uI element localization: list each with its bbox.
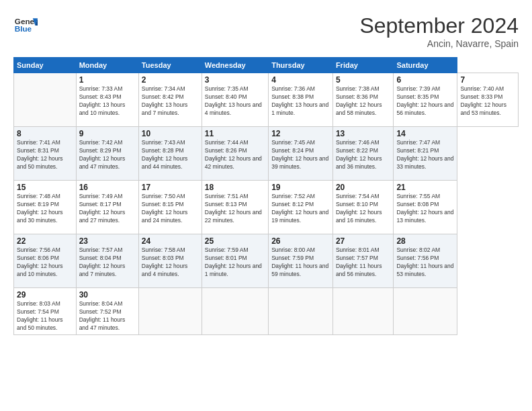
calendar-cell: 4Sunrise: 7:36 AM Sunset: 8:38 PM Daylig… xyxy=(269,73,333,127)
day-number: 26 xyxy=(271,236,330,246)
calendar-day-header: Wednesday xyxy=(202,58,268,73)
calendar-cell: 25Sunrise: 7:59 AM Sunset: 8:01 PM Dayli… xyxy=(202,234,268,288)
day-info: Sunrise: 7:58 AM Sunset: 8:03 PM Dayligh… xyxy=(142,246,199,279)
calendar-header-row: SundayMondayTuesdayWednesdayThursdayFrid… xyxy=(14,58,519,73)
day-number: 6 xyxy=(396,75,454,85)
day-info: Sunrise: 7:47 AM Sunset: 8:21 PM Dayligh… xyxy=(396,139,454,171)
day-number: 22 xyxy=(17,236,73,246)
day-info: Sunrise: 7:43 AM Sunset: 8:28 PM Dayligh… xyxy=(142,139,199,171)
svg-text:Blue: Blue xyxy=(15,24,32,33)
month-title: September 2024 xyxy=(359,13,519,38)
calendar-cell: 30Sunrise: 8:04 AM Sunset: 7:52 PM Dayli… xyxy=(76,288,138,335)
logo-icon: General Blue xyxy=(13,13,38,38)
calendar: SundayMondayTuesdayWednesdayThursdayFrid… xyxy=(13,57,519,335)
calendar-cell xyxy=(269,288,333,335)
calendar-cell: 20Sunrise: 7:54 AM Sunset: 8:10 PM Dayli… xyxy=(332,181,394,234)
title-area: September 2024 Ancin, Navarre, Spain xyxy=(359,13,519,49)
day-number: 15 xyxy=(17,183,73,192)
calendar-day-header: Saturday xyxy=(394,58,457,73)
calendar-cell: 15Sunrise: 7:48 AM Sunset: 8:19 PM Dayli… xyxy=(14,181,77,234)
logo: General Blue xyxy=(13,13,38,38)
day-number: 11 xyxy=(205,129,265,138)
calendar-cell: 11Sunrise: 7:44 AM Sunset: 8:26 PM Dayli… xyxy=(202,127,268,181)
day-info: Sunrise: 7:34 AM Sunset: 8:42 PM Dayligh… xyxy=(142,85,199,118)
calendar-cell: 13Sunrise: 7:46 AM Sunset: 8:22 PM Dayli… xyxy=(332,127,394,181)
day-number: 24 xyxy=(142,236,199,246)
calendar-cell: 12Sunrise: 7:45 AM Sunset: 8:24 PM Dayli… xyxy=(269,127,333,181)
day-number: 13 xyxy=(336,129,391,138)
day-info: Sunrise: 7:35 AM Sunset: 8:40 PM Dayligh… xyxy=(205,85,265,118)
calendar-cell: 18Sunrise: 7:51 AM Sunset: 8:13 PM Dayli… xyxy=(202,181,268,234)
day-number: 3 xyxy=(205,75,265,85)
day-info: Sunrise: 7:42 AM Sunset: 8:29 PM Dayligh… xyxy=(79,139,136,171)
day-number: 27 xyxy=(336,236,391,246)
day-info: Sunrise: 7:46 AM Sunset: 8:22 PM Dayligh… xyxy=(336,139,391,171)
calendar-cell: 14Sunrise: 7:47 AM Sunset: 8:21 PM Dayli… xyxy=(394,127,457,181)
calendar-day-header: Monday xyxy=(76,58,138,73)
day-info: Sunrise: 7:59 AM Sunset: 8:01 PM Dayligh… xyxy=(205,246,265,279)
day-number: 7 xyxy=(460,75,515,85)
calendar-cell xyxy=(14,73,77,127)
calendar-cell: 16Sunrise: 7:49 AM Sunset: 8:17 PM Dayli… xyxy=(76,181,138,234)
calendar-cell xyxy=(202,288,268,335)
calendar-day-header: Tuesday xyxy=(138,58,202,73)
calendar-cell xyxy=(394,288,457,335)
day-info: Sunrise: 8:01 AM Sunset: 7:57 PM Dayligh… xyxy=(336,246,391,279)
calendar-cell: 5Sunrise: 7:38 AM Sunset: 8:36 PM Daylig… xyxy=(332,73,394,127)
calendar-cell: 27Sunrise: 8:01 AM Sunset: 7:57 PM Dayli… xyxy=(332,234,394,288)
day-number: 20 xyxy=(336,183,391,192)
day-number: 8 xyxy=(17,129,73,138)
calendar-cell: 3Sunrise: 7:35 AM Sunset: 8:40 PM Daylig… xyxy=(202,73,268,127)
calendar-cell: 1Sunrise: 7:33 AM Sunset: 8:43 PM Daylig… xyxy=(76,73,138,127)
day-info: Sunrise: 7:39 AM Sunset: 8:35 PM Dayligh… xyxy=(396,85,454,118)
location: Ancin, Navarre, Spain xyxy=(359,38,519,49)
day-number: 4 xyxy=(271,75,330,85)
day-number: 17 xyxy=(142,183,199,192)
day-number: 29 xyxy=(17,290,73,300)
calendar-cell: 24Sunrise: 7:58 AM Sunset: 8:03 PM Dayli… xyxy=(138,234,202,288)
calendar-cell: 19Sunrise: 7:52 AM Sunset: 8:12 PM Dayli… xyxy=(269,181,333,234)
day-info: Sunrise: 7:45 AM Sunset: 8:24 PM Dayligh… xyxy=(271,139,330,171)
calendar-cell: 23Sunrise: 7:57 AM Sunset: 8:04 PM Dayli… xyxy=(76,234,138,288)
day-info: Sunrise: 7:36 AM Sunset: 8:38 PM Dayligh… xyxy=(271,85,330,118)
day-info: Sunrise: 7:44 AM Sunset: 8:26 PM Dayligh… xyxy=(205,139,265,171)
day-info: Sunrise: 7:51 AM Sunset: 8:13 PM Dayligh… xyxy=(205,193,265,225)
calendar-cell: 22Sunrise: 7:56 AM Sunset: 8:06 PM Dayli… xyxy=(14,234,77,288)
day-info: Sunrise: 7:40 AM Sunset: 8:33 PM Dayligh… xyxy=(460,85,515,118)
day-number: 30 xyxy=(79,290,136,300)
calendar-cell: 17Sunrise: 7:50 AM Sunset: 8:15 PM Dayli… xyxy=(138,181,202,234)
day-info: Sunrise: 7:50 AM Sunset: 8:15 PM Dayligh… xyxy=(142,193,199,225)
day-info: Sunrise: 8:02 AM Sunset: 7:56 PM Dayligh… xyxy=(396,246,454,279)
day-number: 12 xyxy=(271,129,330,138)
day-number: 25 xyxy=(205,236,265,246)
day-number: 2 xyxy=(142,75,199,85)
day-info: Sunrise: 7:55 AM Sunset: 8:08 PM Dayligh… xyxy=(396,193,454,225)
day-number: 21 xyxy=(396,183,454,192)
day-number: 18 xyxy=(205,183,265,192)
day-info: Sunrise: 8:00 AM Sunset: 7:59 PM Dayligh… xyxy=(271,246,330,279)
day-info: Sunrise: 7:52 AM Sunset: 8:12 PM Dayligh… xyxy=(271,193,330,225)
day-number: 10 xyxy=(142,129,199,138)
calendar-day-header: Sunday xyxy=(14,58,77,73)
calendar-cell: 7Sunrise: 7:40 AM Sunset: 8:33 PM Daylig… xyxy=(457,73,519,127)
calendar-cell: 28Sunrise: 8:02 AM Sunset: 7:56 PM Dayli… xyxy=(394,234,457,288)
day-number: 16 xyxy=(79,183,136,192)
day-number: 9 xyxy=(79,129,136,138)
day-info: Sunrise: 7:38 AM Sunset: 8:36 PM Dayligh… xyxy=(336,85,391,118)
day-info: Sunrise: 8:03 AM Sunset: 7:54 PM Dayligh… xyxy=(17,300,73,332)
calendar-cell: 10Sunrise: 7:43 AM Sunset: 8:28 PM Dayli… xyxy=(138,127,202,181)
calendar-cell: 9Sunrise: 7:42 AM Sunset: 8:29 PM Daylig… xyxy=(76,127,138,181)
calendar-cell xyxy=(138,288,202,335)
calendar-cell: 26Sunrise: 8:00 AM Sunset: 7:59 PM Dayli… xyxy=(269,234,333,288)
calendar-cell xyxy=(332,288,394,335)
day-info: Sunrise: 8:04 AM Sunset: 7:52 PM Dayligh… xyxy=(79,300,136,332)
day-number: 14 xyxy=(396,129,454,138)
calendar-day-header: Thursday xyxy=(269,58,333,73)
day-info: Sunrise: 7:54 AM Sunset: 8:10 PM Dayligh… xyxy=(336,193,391,225)
day-number: 23 xyxy=(79,236,136,246)
calendar-day-header: Friday xyxy=(332,58,394,73)
calendar-cell: 29Sunrise: 8:03 AM Sunset: 7:54 PM Dayli… xyxy=(14,288,77,335)
day-number: 19 xyxy=(271,183,330,192)
calendar-cell: 2Sunrise: 7:34 AM Sunset: 8:42 PM Daylig… xyxy=(138,73,202,127)
day-info: Sunrise: 7:49 AM Sunset: 8:17 PM Dayligh… xyxy=(79,193,136,225)
